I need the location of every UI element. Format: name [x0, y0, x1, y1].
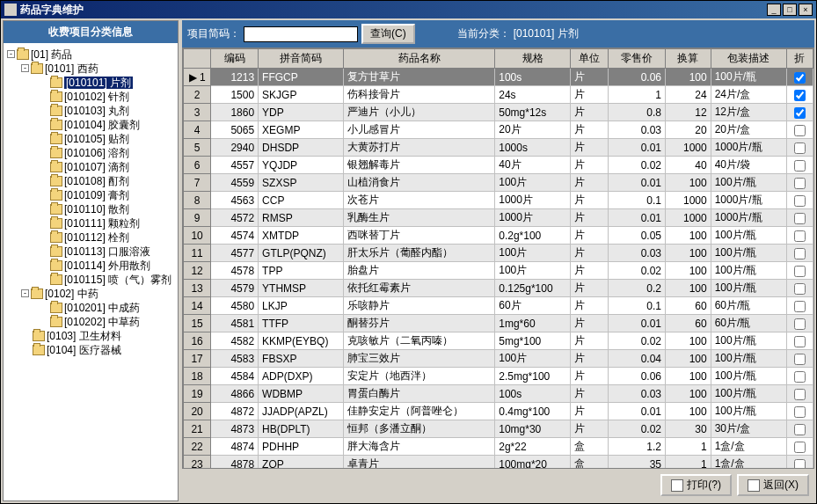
row-checkbox[interactable] [794, 266, 806, 277]
tree-node[interactable]: [010114] 外用散剂 [4, 258, 178, 272]
cell-check[interactable] [786, 245, 813, 262]
cell-check[interactable] [786, 438, 813, 456]
table-row[interactable]: 31860YDP严迪片（小儿）50mg*12s片0.81212片/盒 [184, 104, 813, 121]
table-row[interactable]: 21500SKJGP伤科接骨片24s片12424片/盒 [184, 86, 813, 104]
table-row[interactable]: 224874PDHHP胖大海含片2g*22盒1.211盒/盒 [184, 438, 813, 456]
table-row[interactable]: ▶ 11213FFGCP复方甘草片100s片0.06100100片/瓶 [184, 69, 813, 86]
row-checkbox[interactable] [794, 90, 806, 101]
col-header[interactable]: 折 [786, 49, 813, 69]
tree-node[interactable]: [010113] 口服溶液 [4, 244, 178, 258]
cell-check[interactable] [786, 262, 813, 280]
table-row[interactable]: 214873HB(DPLT)恒邦（多潘立酮）10mg*30片0.023030片/… [184, 420, 813, 438]
tree-node[interactable]: [010103] 丸剂 [4, 103, 178, 117]
data-grid[interactable]: 编码拼音简码药品名称规格单位零售价换算包装描述折▶ 11213FFGCP复方甘草… [182, 47, 814, 469]
tree-node[interactable]: -[0101] 西药 [4, 61, 178, 75]
table-row[interactable]: 84563CCP次苍片1000片片0.110001000片/瓶 [184, 192, 813, 209]
row-checkbox[interactable] [794, 72, 806, 84]
table-row[interactable]: 64557YQJDP银翘解毒片40片片0.024040片/袋 [184, 157, 813, 174]
col-header[interactable]: 编码 [211, 49, 259, 69]
row-checkbox[interactable] [794, 459, 806, 469]
table-row[interactable]: 45065XEGMP小儿感冒片20片片0.032020片/盒 [184, 121, 813, 139]
row-checkbox[interactable] [794, 318, 806, 330]
table-row[interactable]: 52940DHSDP大黄苏打片1000s片0.0110001000片/瓶 [184, 139, 813, 157]
row-checkbox[interactable] [794, 301, 806, 312]
tree-toggle-icon[interactable]: - [7, 50, 15, 58]
row-checkbox[interactable] [794, 125, 806, 136]
tree-node[interactable]: [010109] 膏剂 [4, 187, 178, 201]
row-checkbox[interactable] [794, 424, 806, 435]
cell-check[interactable] [786, 174, 813, 192]
tree-node[interactable]: [010112] 栓剂 [4, 230, 178, 244]
cell-check[interactable] [786, 139, 813, 157]
row-checkbox[interactable] [794, 142, 806, 154]
cell-check[interactable] [786, 69, 813, 86]
col-header[interactable]: 规格 [495, 49, 571, 69]
row-checkbox[interactable] [794, 178, 806, 189]
table-row[interactable]: 184584ADP(DXP)安定片（地西泮）2.5mg*100片0.061001… [184, 368, 813, 385]
cell-check[interactable] [786, 420, 813, 438]
cell-check[interactable] [786, 315, 813, 332]
col-header[interactable]: 零售价 [609, 49, 666, 69]
col-header[interactable]: 药品名称 [343, 49, 494, 69]
tree-node[interactable]: [010115] 喷（气）雾剂 [4, 272, 178, 286]
col-header[interactable]: 单位 [571, 49, 609, 69]
row-checkbox[interactable] [794, 248, 806, 259]
table-row[interactable]: 174583FBSXP肺宝三效片100片片0.04100100片/瓶 [184, 350, 813, 368]
row-checkbox[interactable] [794, 213, 806, 224]
table-row[interactable]: 144580LKJP乐咳静片60片片0.16060片/瓶 [184, 297, 813, 315]
table-row[interactable]: 104574XMTDP西咪替丁片0.2g*100片0.05100100片/瓶 [184, 227, 813, 245]
row-checkbox[interactable] [794, 354, 806, 365]
cell-check[interactable] [786, 227, 813, 245]
tree-node[interactable]: [010108] 酊剂 [4, 173, 178, 187]
print-button[interactable]: 打印(?) [660, 474, 732, 496]
col-header[interactable]: 包装描述 [711, 49, 786, 69]
cell-check[interactable] [786, 368, 813, 385]
return-button[interactable]: 返回(X) [737, 474, 809, 496]
cell-check[interactable] [786, 456, 813, 470]
cell-check[interactable] [786, 104, 813, 121]
col-header[interactable]: 换算 [666, 49, 711, 69]
tree-toggle-icon[interactable]: - [21, 289, 29, 297]
cell-check[interactable] [786, 403, 813, 420]
row-checkbox[interactable] [794, 283, 806, 295]
table-row[interactable]: 154581TTFP酮替芬片1mg*60片0.016060片/瓶 [184, 315, 813, 332]
cell-check[interactable] [786, 157, 813, 174]
tree-node[interactable]: [010105] 贴剂 [4, 131, 178, 145]
table-row[interactable]: 164582KKMP(EYBQ)克咳敏片（二氧丙嗪）5mg*100片0.0210… [184, 332, 813, 350]
cell-check[interactable] [786, 350, 813, 368]
tree-node[interactable]: [0104] 医疗器械 [4, 342, 178, 356]
row-checkbox[interactable] [794, 442, 806, 453]
table-row[interactable]: 74559SZXSP山植消食片100片片0.01100100片/瓶 [184, 174, 813, 192]
row-checkbox[interactable] [794, 195, 806, 207]
tree-node[interactable]: [010101] 片剂 [4, 75, 178, 89]
tree-node[interactable]: [010202] 中草药 [4, 314, 178, 328]
tree-node[interactable]: -[01] 药品 [4, 47, 178, 61]
row-checkbox[interactable] [794, 406, 806, 418]
table-row[interactable]: 114577GTLP(PQNZ)肝太乐片（葡醛内酯）100片片0.0310010… [184, 245, 813, 262]
tree-node[interactable]: [010104] 胶囊剂 [4, 117, 178, 131]
table-row[interactable]: 234878ZQP卓青片100mg*20盒3511盒/盒 [184, 456, 813, 470]
minimize-button[interactable]: _ [767, 4, 781, 16]
tree-node[interactable]: [010111] 颗粒剂 [4, 215, 178, 230]
cell-check[interactable] [786, 332, 813, 350]
tree-node[interactable]: [010201] 中成药 [4, 300, 178, 314]
cell-check[interactable] [786, 385, 813, 403]
tree-node[interactable]: [010106] 溶剂 [4, 145, 178, 159]
table-row[interactable]: 194866WDBMP胃蛋白酶片100s片0.03100100片/瓶 [184, 385, 813, 403]
code-input[interactable] [244, 26, 358, 42]
tree-node[interactable]: [010102] 针剂 [4, 89, 178, 103]
tree-node[interactable]: [010110] 散剂 [4, 201, 178, 215]
tree-node[interactable]: [0103] 卫生材料 [4, 328, 178, 342]
category-tree[interactable]: -[01] 药品-[0101] 西药[010101] 片剂[010102] 针剂… [4, 43, 178, 500]
maximize-button[interactable]: □ [783, 4, 797, 16]
row-checkbox[interactable] [794, 107, 806, 119]
row-checkbox[interactable] [794, 160, 806, 172]
row-checkbox[interactable] [794, 230, 806, 242]
cell-check[interactable] [786, 86, 813, 104]
row-checkbox[interactable] [794, 336, 806, 347]
row-checkbox[interactable] [794, 371, 806, 383]
cell-check[interactable] [786, 121, 813, 139]
cell-check[interactable] [786, 209, 813, 227]
col-header[interactable] [184, 49, 211, 69]
tree-toggle-icon[interactable]: - [21, 64, 29, 72]
